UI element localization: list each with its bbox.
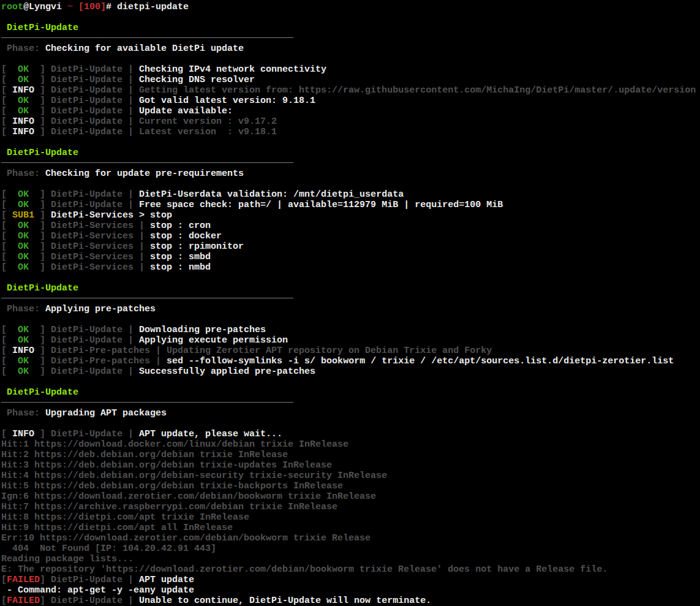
terminal-text-segment: ] DietPi-Update | bbox=[29, 335, 139, 346]
status-line: [ INFO ] DietPi-Update | Latest version … bbox=[1, 127, 700, 137]
banner-separator: ────────────────────────────────────────… bbox=[1, 294, 700, 304]
banner-separator: ────────────────────────────────────────… bbox=[1, 33, 700, 44]
terminal-text-segment: ] DietPi-Update | bbox=[29, 96, 139, 106]
status-line: [ OK ] DietPi-Services | stop : rpimonit… bbox=[1, 241, 700, 252]
terminal-text-segment: ] DietPi-Update | bbox=[29, 325, 139, 335]
terminal-text-segment: [ bbox=[1, 85, 12, 96]
terminal-text-segment: Checking IPv4 network connectivity bbox=[139, 64, 326, 75]
terminal-text-segment: ────────────────────────────────────────… bbox=[1, 294, 293, 304]
terminal-text-segment: ] DietPi-Services | bbox=[29, 221, 150, 231]
terminal-text-segment: OK bbox=[18, 335, 29, 346]
status-line: [ OK ] DietPi-Update | Free space check:… bbox=[1, 200, 700, 210]
terminal-text-segment: ] DietPi-Update | bbox=[29, 64, 139, 75]
phase-line: Phase: Checking for update pre-requireme… bbox=[1, 169, 700, 179]
status-line: [ OK ] DietPi-Update | Update available: bbox=[1, 106, 700, 116]
terminal-text-segment: # dietpi-update bbox=[106, 2, 189, 12]
terminal-text-segment: [ bbox=[1, 64, 18, 75]
terminal-text-segment: ] DietPi-Update | bbox=[34, 429, 139, 439]
status-line: [ OK ] DietPi-Services | stop : smbd bbox=[1, 252, 700, 262]
command-detail-line: - Command: apt-get -y -eany update bbox=[1, 585, 700, 596]
terminal-text-segment: [ bbox=[1, 96, 18, 106]
terminal-text-segment: OK bbox=[18, 189, 29, 200]
terminal-text-segment: Downloading pre-patches bbox=[139, 325, 266, 335]
terminal-text-segment: DietPi-Services > stop bbox=[51, 210, 172, 221]
apt-output-line: Hit:9 https://dietpi.com/apt all InRelea… bbox=[1, 523, 700, 533]
terminal-text-segment: OK bbox=[18, 106, 29, 116]
terminal-text-segment: [ bbox=[1, 231, 18, 241]
terminal-text-segment: stop : nmbd bbox=[150, 262, 211, 273]
terminal-text-segment: [ bbox=[1, 127, 12, 137]
blank-line bbox=[1, 54, 700, 64]
apt-output-line: Ign:6 https://download.zerotier.com/debi… bbox=[1, 491, 700, 502]
terminal-text-segment: DietPi-Userdata validation: /mnt/dietpi_… bbox=[139, 189, 404, 200]
status-line: [ INFO ] DietPi-Update | Getting latest … bbox=[1, 85, 700, 96]
terminal-text-segment: Ign:6 https://download.zerotier.com/debi… bbox=[1, 491, 376, 502]
status-line: [ INFO ] DietPi-Update | Current version… bbox=[1, 116, 700, 127]
terminal-text-segment: ] DietPi-Update | bbox=[29, 366, 139, 377]
terminal-text-segment: [ bbox=[1, 325, 18, 335]
terminal-text-segment: Phase: bbox=[1, 408, 45, 419]
terminal-text-segment: [ bbox=[1, 189, 18, 200]
terminal-text-segment: [ bbox=[1, 210, 12, 221]
banner-title: DietPi-Update bbox=[1, 148, 700, 158]
status-line: [ SUB1 ] DietPi-Services > stop bbox=[1, 210, 700, 221]
terminal-text-segment: OK bbox=[18, 241, 29, 252]
terminal-text-segment: ] bbox=[34, 210, 51, 221]
terminal-text-segment: Hit:9 https://dietpi.com/apt all InRelea… bbox=[1, 523, 233, 533]
terminal-text-segment: - Command: apt-get -y -eany update bbox=[1, 585, 194, 596]
terminal-text-segment: [ bbox=[1, 429, 12, 439]
apt-output-line: Hit:7 https://archive.raspberrypi.com/de… bbox=[1, 502, 700, 512]
terminal-text-segment: E: The repository 'https://download.zero… bbox=[1, 564, 608, 575]
status-line-failed: [FAILED] DietPi-Update | Unable to conti… bbox=[1, 596, 700, 606]
terminal-text-segment: [ bbox=[1, 200, 18, 210]
terminal-text-segment: stop : rpimonitor bbox=[150, 241, 244, 252]
terminal-text-segment: stop : docker bbox=[150, 231, 222, 241]
terminal-text-segment: OK bbox=[18, 200, 29, 210]
terminal-text-segment: [ bbox=[1, 221, 18, 231]
terminal-text-segment: OK bbox=[18, 252, 29, 262]
terminal-text-segment: [ bbox=[1, 335, 18, 346]
status-line: [ OK ] DietPi-Services | stop : docker bbox=[1, 231, 700, 241]
terminal-text-segment: DietPi-Update bbox=[1, 283, 78, 294]
terminal-text-segment: Hit:4 https://deb.debian.org/debian-secu… bbox=[1, 471, 387, 481]
apt-error-line: E: The repository 'https://download.zero… bbox=[1, 564, 700, 575]
terminal-screen[interactable]: root@Lyngvi ~ [100]# dietpi-update DietP… bbox=[0, 0, 700, 606]
terminal-text-segment: INFO bbox=[12, 346, 34, 356]
status-line: [ OK ] DietPi-Update | Downloading pre-p… bbox=[1, 325, 700, 335]
terminal-text-segment: [ bbox=[1, 75, 18, 85]
terminal-text-segment: Phase: bbox=[1, 44, 45, 54]
terminal-text-segment: [100] bbox=[78, 2, 106, 12]
terminal-text-segment: Got valid latest version: 9.18.1 bbox=[139, 96, 315, 106]
terminal-text-segment: [ bbox=[1, 262, 18, 273]
terminal-text-segment: ────────────────────────────────────────… bbox=[1, 33, 293, 44]
terminal-text-segment: INFO bbox=[12, 85, 34, 96]
terminal-text-segment: INFO bbox=[12, 116, 34, 127]
blank-line bbox=[1, 179, 700, 189]
phase-line: Phase: Upgrading APT packages bbox=[1, 408, 700, 419]
banner-title: DietPi-Update bbox=[1, 283, 700, 294]
apt-output-line: Hit:5 https://deb.debian.org/debian trix… bbox=[1, 481, 700, 491]
status-line: [ OK ] DietPi-Update | Got valid latest … bbox=[1, 96, 700, 106]
terminal-text-segment: [ bbox=[1, 366, 18, 377]
terminal-text-segment: ] DietPi-Update | Getting latest version… bbox=[34, 85, 696, 96]
blank-line bbox=[1, 377, 700, 387]
banner-title: DietPi-Update bbox=[1, 23, 700, 33]
terminal-text-segment: ────────────────────────────────────────… bbox=[1, 398, 293, 408]
terminal-text-segment: [ bbox=[1, 356, 18, 366]
terminal-text-segment: ] DietPi-Services | bbox=[29, 262, 150, 273]
terminal-text-segment: ] DietPi-Services | bbox=[29, 231, 150, 241]
terminal-text-segment: stop : smbd bbox=[150, 252, 211, 262]
terminal-text-segment: Phase: bbox=[1, 169, 45, 179]
terminal-text-segment: FAILED bbox=[7, 575, 40, 585]
terminal-text-segment: ] DietPi-Update | bbox=[40, 596, 139, 606]
terminal-text-segment: stop : cron bbox=[150, 221, 211, 231]
terminal-text-segment: FAILED bbox=[7, 596, 40, 606]
terminal-text-segment: Checking for update pre-requirements bbox=[45, 169, 244, 179]
status-line: [ INFO ] DietPi-Update | APT update, ple… bbox=[1, 429, 700, 439]
terminal-text-segment: Reading package lists... bbox=[1, 554, 134, 564]
terminal-text-segment: ────────────────────────────────────────… bbox=[1, 158, 293, 169]
terminal-text-segment: [ bbox=[1, 241, 18, 252]
terminal-text-segment: ] DietPi-Update | bbox=[29, 75, 139, 85]
apt-output-line: Hit:3 https://deb.debian.org/debian trix… bbox=[1, 460, 700, 471]
terminal-text-segment: Update available: bbox=[139, 106, 233, 116]
